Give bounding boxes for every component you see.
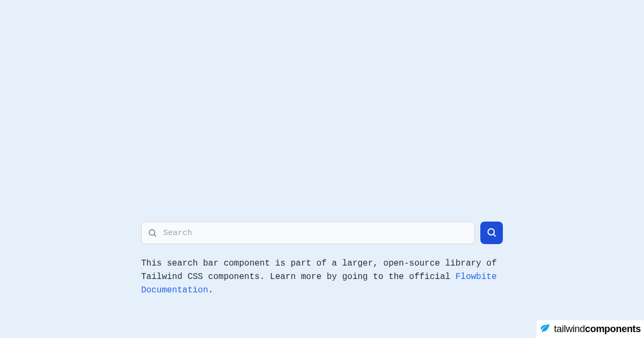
svg-point-2 [488, 229, 494, 235]
search-bar [141, 222, 503, 244]
leaf-icon [540, 322, 551, 336]
brand-text: tailwindcomponents [554, 324, 641, 335]
search-input-wrapper [141, 222, 475, 244]
brand-prefix: tailwind [554, 324, 585, 334]
brand-suffix: components [585, 324, 641, 334]
description-text: This search bar component is part of a l… [141, 257, 503, 297]
search-button[interactable] [480, 222, 503, 244]
search-input[interactable] [141, 222, 475, 244]
description-before: This search bar component is part of a l… [141, 259, 497, 282]
svg-line-3 [494, 234, 496, 236]
search-icon [486, 227, 497, 239]
description-after: . [208, 285, 214, 295]
tailwind-components-branding: tailwindcomponents [537, 320, 644, 338]
